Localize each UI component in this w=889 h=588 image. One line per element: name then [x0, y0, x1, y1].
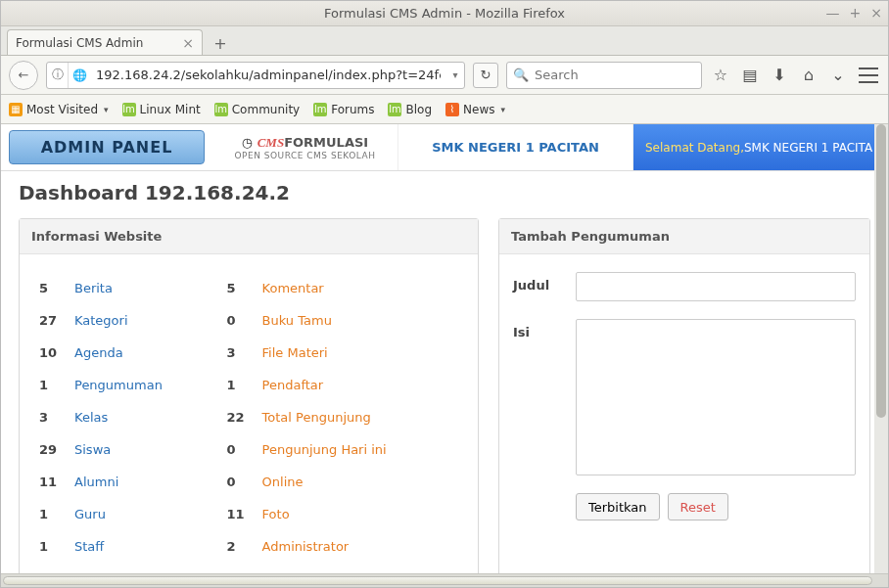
panel-info-header: Informasi Website — [20, 219, 478, 254]
info-count: 3 — [33, 401, 69, 433]
info-link-komentar[interactable]: Komentar — [262, 281, 324, 295]
info-link-alumni[interactable]: Alumni — [74, 475, 118, 489]
info-link-pengumuman[interactable]: Pengumuman — [74, 378, 163, 392]
mint-icon: lm — [214, 103, 228, 116]
window-maximize-button[interactable]: + — [850, 5, 862, 21]
home-icon[interactable]: ⌂ — [798, 65, 819, 86]
reload-icon: ↻ — [481, 68, 491, 82]
pocket-icon[interactable]: ⌄ — [827, 65, 849, 86]
info-count: 3 — [221, 337, 257, 369]
isi-textarea[interactable] — [576, 319, 856, 475]
window-close-button[interactable]: × — [870, 5, 882, 21]
chevron-down-icon: ▾ — [104, 105, 109, 114]
info-link-kategori[interactable]: Kategori — [74, 313, 128, 328]
bookmark-linux-mint[interactable]: lm Linux Mint — [122, 103, 201, 116]
panel-form-header: Tambah Pengumuman — [499, 219, 869, 254]
info-link-berita[interactable]: Berita — [74, 281, 113, 295]
url-dropdown-icon[interactable]: ▾ — [446, 69, 464, 80]
url-input[interactable] — [90, 68, 446, 82]
bookmark-label: Community — [232, 103, 300, 116]
info-count: 22 — [221, 401, 257, 433]
back-button[interactable]: ← — [9, 61, 38, 90]
scrollbar-thumb[interactable] — [3, 576, 872, 585]
welcome-prefix: Selamat Datang, — [645, 141, 744, 155]
reset-button[interactable]: Reset — [668, 493, 728, 520]
judul-input[interactable] — [576, 272, 856, 301]
info-count: 5 — [33, 272, 69, 304]
info-link-filemateri[interactable]: File Materi — [262, 345, 328, 360]
window-minimize-button[interactable]: — — [826, 5, 840, 21]
logo-formulasi: FORMULASI — [284, 135, 368, 150]
info-link-agenda[interactable]: Agenda — [74, 345, 123, 360]
submit-button[interactable]: Terbitkan — [576, 493, 660, 520]
table-row: 1Pengumuman1Pendaftar — [33, 369, 464, 401]
downloads-icon[interactable]: ⬇ — [769, 65, 790, 86]
library-icon[interactable]: ▤ — [739, 65, 761, 86]
bookmark-blog[interactable]: lm Blog — [388, 103, 432, 116]
info-link-totalpengunjung[interactable]: Total Pengunjung — [262, 410, 371, 425]
browser-tab[interactable]: Formulasi CMS Admin × — [7, 29, 203, 55]
reload-button[interactable]: ↻ — [473, 63, 498, 88]
bookmark-most-visited[interactable]: ▦ Most Visited ▾ — [9, 103, 109, 116]
info-count: 1 — [33, 498, 69, 530]
rss-icon: ⌇ — [445, 103, 459, 116]
scrollbar-thumb[interactable] — [876, 124, 886, 418]
bookmark-community[interactable]: lm Community — [214, 103, 300, 116]
bookmark-forums[interactable]: lm Forums — [313, 103, 374, 116]
table-row: 29Siswa0Pengunjung Hari ini — [33, 433, 464, 466]
menu-button[interactable] — [857, 66, 880, 85]
panel-form: Tambah Pengumuman Judul Isi Terbitkan — [498, 218, 870, 581]
navbar: ← ⓘ 🌐 ▾ ↻ 🔍 ☆ ▤ ⬇ ⌂ ⌄ — [1, 56, 888, 95]
judul-label: Judul — [513, 272, 576, 293]
bookmark-label: Blog — [405, 103, 432, 116]
tab-close-button[interactable]: × — [182, 35, 194, 51]
identity-info-icon[interactable]: ⓘ — [47, 63, 69, 88]
search-bar[interactable]: 🔍 — [506, 62, 702, 89]
info-link-pendaftar[interactable]: Pendaftar — [262, 378, 324, 392]
search-input[interactable] — [535, 68, 701, 82]
bookmark-label: News — [463, 103, 494, 116]
window-titlebar: Formulasi CMS Admin - Mozilla Firefox — … — [1, 1, 888, 26]
admin-header: ADMIN PANEL ◷ CMSFORMULASI OPEN SOURCE C… — [1, 124, 888, 171]
chevron-down-icon: ▾ — [500, 105, 505, 114]
mint-icon: lm — [122, 103, 136, 116]
info-count: 10 — [33, 337, 69, 369]
table-row: 10Agenda3File Materi — [33, 337, 464, 369]
info-link-guru[interactable]: Guru — [74, 507, 106, 521]
info-link-bukutamu[interactable]: Buku Tamu — [262, 313, 332, 328]
new-tab-button[interactable]: + — [207, 31, 234, 55]
identity-globe-icon[interactable]: 🌐 — [69, 63, 90, 88]
info-table: 5Berita5Komentar 27Kategori0Buku Tamu 10… — [33, 272, 464, 563]
school-name-link[interactable]: SMK NEGERI 1 PACITAN — [398, 124, 633, 170]
bookmark-news[interactable]: ⌇ News ▾ — [445, 103, 505, 116]
url-bar[interactable]: ⓘ 🌐 ▾ — [46, 62, 465, 89]
school-name: SMK NEGERI 1 PACITAN — [432, 140, 599, 155]
welcome-user: SMK NEGERI 1 PACITA — [744, 141, 872, 155]
search-icon: 🔍 — [513, 68, 529, 82]
info-link-pengunjunghariini[interactable]: Pengunjung Hari ini — [262, 442, 387, 457]
info-count: 11 — [33, 466, 69, 498]
bookmark-star-icon[interactable]: ☆ — [710, 65, 731, 86]
admin-panel-label: ADMIN PANEL — [41, 138, 173, 157]
info-count: 2 — [221, 530, 257, 563]
info-count: 1 — [221, 369, 257, 401]
info-count: 1 — [33, 369, 69, 401]
info-link-staff[interactable]: Staff — [74, 539, 104, 554]
isi-label: Isi — [513, 319, 576, 339]
table-row: 5Berita5Komentar — [33, 272, 464, 304]
info-link-siswa[interactable]: Siswa — [74, 442, 111, 457]
welcome-banner: Selamat Datang, SMK NEGERI 1 PACITA — [633, 124, 888, 170]
logo: ◷ CMSFORMULASI OPEN SOURCE CMS SEKOLAH — [212, 124, 398, 170]
info-count: 0 — [221, 433, 257, 466]
horizontal-scrollbar[interactable] — [1, 573, 888, 587]
info-link-administrator[interactable]: Administrator — [262, 539, 350, 554]
logo-cms: CMS — [257, 135, 284, 150]
bookmark-label: Forums — [331, 103, 374, 116]
admin-panel-button[interactable]: ADMIN PANEL — [9, 130, 205, 164]
info-link-kelas[interactable]: Kelas — [74, 410, 108, 425]
info-link-online[interactable]: Online — [262, 475, 304, 489]
vertical-scrollbar[interactable] — [874, 124, 888, 587]
info-link-foto[interactable]: Foto — [262, 507, 290, 521]
page-viewport: ADMIN PANEL ◷ CMSFORMULASI OPEN SOURCE C… — [1, 124, 888, 587]
table-row: 11Alumni0Online — [33, 466, 464, 498]
